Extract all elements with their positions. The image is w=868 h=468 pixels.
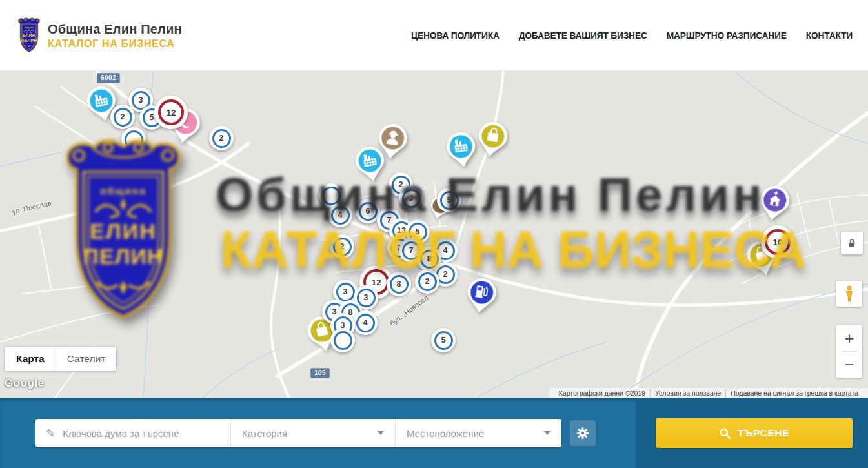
municipality-crest-logo: община ЕЛИН ПЕЛИН: [16, 17, 42, 54]
svg-text:ПЕЛИН: ПЕЛИН: [21, 38, 37, 43]
keyword-section: ✎: [35, 419, 230, 447]
gear-icon: [576, 426, 590, 440]
map-markers: 3251222354671352274822128333843510: [0, 71, 868, 398]
nav-item-add-business[interactable]: ДОБАВЕТЕ ВАШИЯТ БИЗНЕС: [519, 31, 647, 41]
main-nav: ЦЕНОВА ПОЛИТИКА ДОБАВЕТЕ ВАШИЯТ БИЗНЕС М…: [411, 0, 853, 71]
map-pin-church[interactable]: [756, 183, 792, 223]
map-cluster-marker[interactable]: 2: [330, 234, 354, 259]
map-cluster-marker[interactable]: 5: [431, 328, 456, 352]
map-canvas[interactable]: ул. Преславбул. „Новоселци“6002105 32512…: [0, 71, 868, 398]
lock-icon: [845, 236, 859, 250]
svg-text:ЕЛИН: ЕЛИН: [23, 33, 35, 37]
search-box: ✎ Категория Местоположение: [35, 419, 561, 447]
map-cluster-marker[interactable]: 8: [387, 272, 411, 296]
map-pin-factory[interactable]: [444, 130, 478, 170]
site-subtitle: КАТАЛОГ НА БИЗНЕСА: [48, 37, 182, 50]
zoom-control: + −: [836, 325, 862, 378]
fullscreen-lock-button[interactable]: [841, 232, 863, 254]
search-button-label: ТЪРСЕНЕ: [738, 427, 789, 439]
pegman-icon: [842, 285, 857, 302]
attribution-terms-link[interactable]: Условия за ползване: [650, 389, 725, 397]
map-cluster-marker[interactable]: 5: [437, 188, 461, 212]
map-cluster-marker[interactable]: 4: [353, 310, 378, 335]
street-view-pegman-button[interactable]: [836, 281, 862, 307]
category-select[interactable]: Категория: [231, 419, 395, 447]
map-cluster-marker[interactable]: 10: [761, 225, 794, 259]
map-cluster-marker[interactable]: [121, 127, 146, 152]
map-pin-worker[interactable]: [375, 121, 409, 161]
map-cluster-marker[interactable]: 2: [209, 126, 234, 150]
zoom-in-button[interactable]: +: [836, 325, 862, 351]
brand[interactable]: община ЕЛИН ПЕЛИН Община Елин Пелин КАТА…: [16, 17, 182, 54]
chevron-down-icon: [378, 431, 384, 435]
attribution-report-link[interactable]: Подаване на сигнал за грешка в картата: [725, 389, 863, 397]
search-button[interactable]: ТЪРСЕНЕ: [656, 418, 853, 448]
map-cluster-marker[interactable]: 2: [110, 105, 135, 129]
nav-item-pricing[interactable]: ЦЕНОВА ПОЛИТИКА: [411, 31, 500, 41]
search-bar: ТЪРСЕНЕ ✎ Категория Местоположение: [0, 398, 868, 468]
map-cluster-marker[interactable]: [330, 328, 355, 352]
zoom-out-button[interactable]: −: [836, 352, 862, 378]
category-select-value: Категория: [242, 428, 287, 439]
site-title: Община Елин Пелин: [48, 22, 182, 37]
chevron-down-icon: [544, 431, 550, 435]
nav-item-contacts[interactable]: КОНТАКТИ: [806, 31, 853, 41]
svg-text:община: община: [25, 26, 34, 29]
map-pin-bag[interactable]: [474, 119, 510, 159]
map-type-map-button[interactable]: Карта: [5, 347, 56, 371]
search-icon: [719, 427, 731, 440]
location-select[interactable]: Местоположение: [396, 419, 561, 447]
map-cluster-marker[interactable]: 4: [328, 203, 352, 227]
attribution-map-data: Картографски данни ©2019: [554, 389, 650, 397]
nav-item-transport-schedule[interactable]: МАРШРУТНО РАЗПИСАНИЕ: [667, 31, 787, 41]
map-pin-fuel[interactable]: [464, 276, 498, 316]
map-type-control: Карта Сателит: [5, 347, 116, 371]
map-cluster-marker[interactable]: 3: [399, 186, 423, 210]
advanced-search-settings-button[interactable]: [570, 420, 596, 446]
location-select-value: Местоположение: [407, 428, 484, 439]
google-logo[interactable]: Google: [5, 377, 45, 390]
map-cluster-marker[interactable]: 12: [154, 96, 188, 129]
brand-text: Община Елин Пелин КАТАЛОГ НА БИЗНЕСА: [48, 22, 182, 50]
page: община ЕЛИН ПЕЛИН Община Елин Пелин КАТА…: [0, 0, 868, 468]
map-type-satellite-button[interactable]: Сателит: [56, 347, 116, 371]
map-cluster-marker[interactable]: 2: [415, 269, 439, 294]
header: община ЕЛИН ПЕЛИН Община Елин Пелин КАТА…: [0, 0, 868, 71]
map-attribution: Картографски данни ©2019 Условия за полз…: [549, 388, 868, 398]
pencil-icon: ✎: [46, 427, 55, 440]
search-bar-right-panel: ТЪРСЕНЕ: [636, 398, 868, 468]
keyword-input[interactable]: [63, 428, 230, 439]
